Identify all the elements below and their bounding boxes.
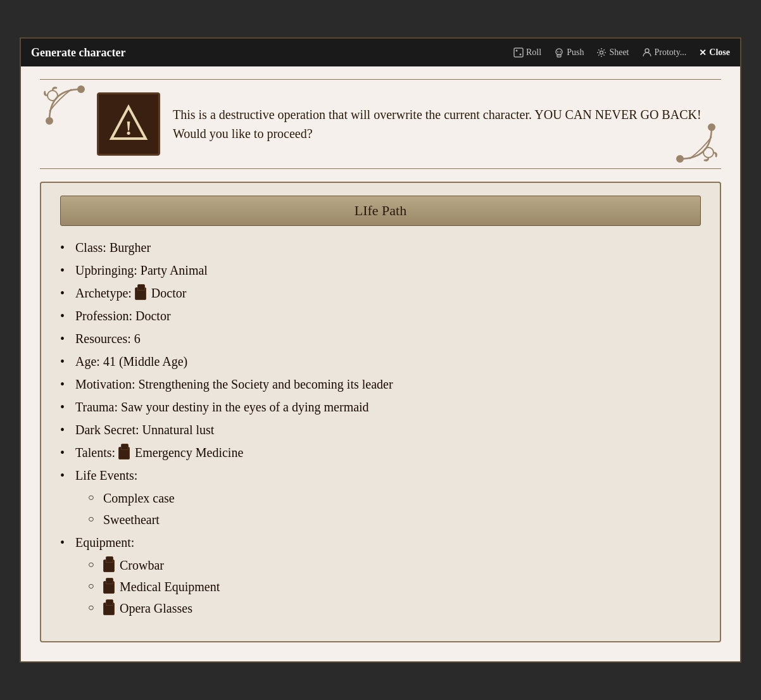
warning-text: This is a destructive operation that wil…	[173, 105, 721, 143]
svg-point-8	[645, 49, 649, 53]
list-item-crowbar: Crowbar	[88, 556, 701, 574]
list-item-equipment: Equipment: Crowbar Medical Equipment	[60, 534, 701, 617]
warning-section: ! This is a destructive operation that w…	[40, 79, 721, 169]
talents-icon	[118, 447, 130, 459]
svg-point-5	[557, 51, 558, 53]
archetype-prefix: Archetype:	[75, 286, 135, 300]
svg-point-11	[47, 91, 58, 101]
crowbar-label: Crowbar	[120, 558, 164, 572]
content-section: LIfe Path Class: Burgher Upbringing: Par…	[40, 182, 721, 642]
list-item-profession: Profession: Doctor	[60, 307, 701, 325]
svg-point-9	[46, 118, 53, 124]
push-action[interactable]: Push	[554, 47, 584, 58]
list-item-opera-glasses: Opera Glasses	[88, 599, 701, 617]
roll-label: Roll	[526, 47, 541, 58]
list-item-medical-equipment: Medical Equipment	[88, 578, 701, 596]
talents-prefix: Talents:	[75, 446, 118, 459]
list-item-class: Class: Burgher	[60, 239, 701, 256]
list-item-resources: Resources: 6	[60, 330, 701, 347]
prototype-label: Prototy...	[655, 47, 687, 58]
modal-body: ! This is a destructive operation that w…	[21, 66, 740, 661]
person-icon	[642, 47, 652, 58]
sweetheart-label: Sweetheart	[103, 513, 160, 527]
list-item-upbringing: Upbringing: Party Animal	[60, 261, 701, 279]
medical-equipment-icon	[103, 581, 115, 594]
opera-glasses-icon	[103, 603, 115, 615]
upbringing-label: Upbringing: Party Animal	[75, 263, 208, 277]
svg-text:!: !	[125, 116, 132, 139]
profession-label: Profession: Doctor	[75, 309, 171, 323]
modal-title: Generate character	[31, 46, 125, 59]
svg-point-7	[600, 51, 603, 54]
dice-icon	[513, 47, 524, 58]
svg-point-2	[520, 54, 522, 56]
close-label: Close	[709, 47, 730, 58]
title-bar-left: Generate character	[31, 46, 125, 59]
push-label: Push	[567, 47, 584, 58]
svg-point-1	[516, 50, 518, 52]
list-item-age: Age: 41 (Middle Age)	[60, 353, 701, 370]
svg-point-6	[560, 51, 561, 53]
title-bar: Generate character Roll Push	[21, 39, 740, 66]
resources-label: Resources: 6	[75, 332, 141, 346]
svg-rect-4	[557, 54, 561, 57]
motivation-label: Motivation: Strengthening the Society an…	[75, 377, 393, 391]
generate-character-modal: Generate character Roll Push	[20, 37, 741, 663]
roll-action[interactable]: Roll	[513, 47, 541, 58]
list-item-talents: Talents: Emergency Medicine	[60, 444, 701, 461]
complex-case-label: Complex case	[103, 491, 175, 505]
class-label: Class: Burgher	[75, 241, 151, 254]
age-label: Age: 41 (Middle Age)	[75, 354, 187, 368]
list-item-sweetheart: Sweetheart	[88, 511, 701, 528]
svg-rect-0	[514, 48, 523, 57]
ornament-top-left-icon	[43, 83, 87, 127]
ornament-bottom-right-icon	[674, 121, 718, 165]
life-path-header: LIfe Path	[60, 196, 701, 226]
svg-point-10	[78, 86, 84, 92]
warning-triangle-icon: !	[106, 102, 151, 146]
archetype-icon	[135, 287, 146, 300]
character-list: Class: Burgher Upbringing: Party Animal …	[60, 239, 701, 617]
equipment-label: Equipment:	[75, 535, 134, 549]
sheet-action[interactable]: Sheet	[596, 47, 629, 58]
sheet-label: Sheet	[609, 47, 629, 58]
list-item-trauma: Trauma: Saw your destiny in the eyes of …	[60, 398, 701, 416]
equipment-sub-list: Crowbar Medical Equipment Opera Glasses	[88, 556, 701, 617]
prototype-action[interactable]: Prototy...	[642, 47, 687, 58]
talents-value: Emergency Medicine	[135, 446, 243, 459]
list-item-archetype: Archetype: Doctor	[60, 284, 701, 302]
list-item-complex-case: Complex case	[88, 489, 701, 507]
life-events-sub-list: Complex case Sweetheart	[88, 489, 701, 528]
list-item-motivation: Motivation: Strengthening the Society an…	[60, 375, 701, 393]
warning-icon-box: !	[97, 92, 160, 156]
life-events-label: Life Events:	[75, 468, 137, 482]
skull-icon	[554, 47, 564, 58]
opera-glasses-label: Opera Glasses	[120, 601, 192, 615]
svg-point-15	[703, 147, 714, 158]
dark-secret-label: Dark Secret: Unnatural lust	[75, 423, 214, 437]
close-button[interactable]: ✕ Close	[699, 47, 730, 58]
svg-point-13	[708, 124, 715, 130]
close-x: ✕	[699, 47, 707, 58]
svg-point-14	[677, 156, 683, 162]
gear-icon	[596, 47, 607, 58]
list-item-dark-secret: Dark Secret: Unnatural lust	[60, 421, 701, 439]
crowbar-icon	[103, 559, 115, 572]
list-item-life-events: Life Events: Complex case Sweetheart	[60, 466, 701, 528]
archetype-value: Doctor	[151, 286, 187, 300]
title-bar-right: Roll Push Sheet	[513, 47, 730, 58]
trauma-label: Trauma: Saw your destiny in the eyes of …	[75, 400, 369, 414]
medical-equipment-label: Medical Equipment	[120, 580, 220, 594]
